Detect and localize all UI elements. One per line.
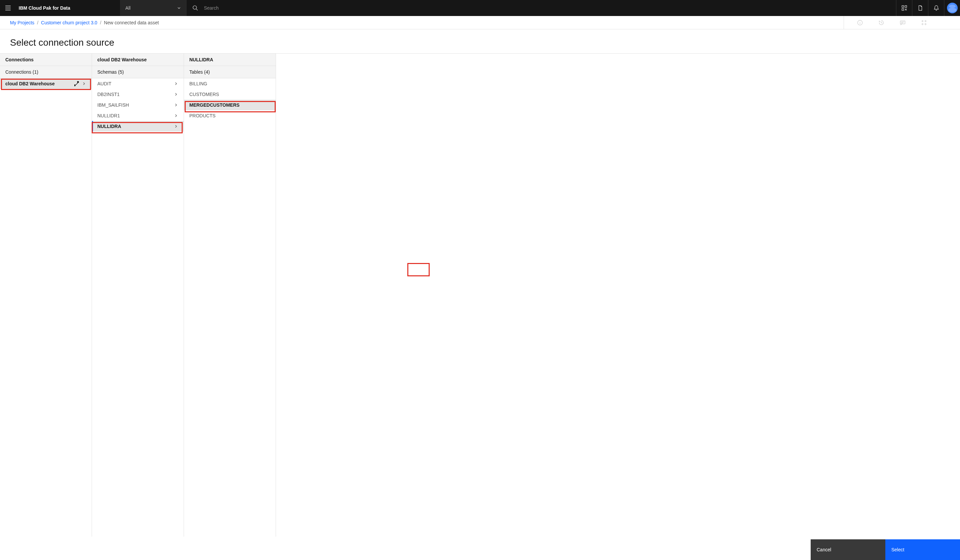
search-input[interactable] (204, 5, 891, 11)
table-item-label: CUSTOMERS (189, 92, 219, 97)
svg-point-12 (925, 23, 926, 25)
col-tables: NULLIDRA Tables (4) BILLING CUSTOMERS ME… (184, 54, 276, 537)
grid-button[interactable] (914, 16, 935, 29)
breadcrumb-link-project[interactable]: Customer churn project 3.0 (41, 20, 98, 25)
subheader: My Projects / Customer churn project 3.0… (0, 16, 960, 29)
comments-button[interactable] (892, 16, 914, 29)
chevron-right-icon (174, 82, 178, 86)
col-tables-subheader: Tables (4) (184, 66, 276, 78)
schema-item-nullidra[interactable]: NULLIDRA (92, 121, 184, 132)
table-item-billing[interactable]: BILLING (184, 78, 276, 89)
document-icon (917, 5, 923, 11)
schema-item-label: AUDIT (98, 81, 111, 86)
svg-point-0 (193, 6, 197, 9)
table-item-mergedcustomers[interactable]: MERGEDCUSTOMERS (184, 100, 276, 110)
svg-rect-1 (902, 6, 903, 7)
svg-point-5 (949, 5, 956, 8)
notifications-button[interactable] (928, 0, 944, 16)
schema-item-audit[interactable]: AUDIT (92, 78, 184, 89)
breadcrumb: My Projects / Customer churn project 3.0… (10, 20, 844, 25)
topbar: IBM Cloud Pak for Data All (0, 0, 960, 16)
hamburger-icon (5, 5, 11, 11)
widgets-icon (901, 5, 907, 11)
chevron-right-icon (82, 82, 86, 86)
breadcrumb-current: New connected data asset (104, 20, 159, 25)
breadcrumb-separator: / (37, 20, 38, 25)
grid-icon (921, 20, 927, 26)
bell-icon (933, 5, 939, 11)
svg-point-11 (922, 23, 923, 25)
svg-rect-8 (900, 21, 905, 24)
table-item-products[interactable]: PRODUCTS (184, 110, 276, 121)
chevron-right-icon (174, 103, 178, 107)
table-item-customers[interactable]: CUSTOMERS (184, 89, 276, 100)
schema-item-nullidr1[interactable]: NULLIDR1 (92, 110, 184, 121)
schema-item-ibm-sailfish[interactable]: IBM_SAILFISH (92, 100, 184, 110)
info-icon (857, 20, 863, 26)
chevron-down-icon (177, 6, 181, 10)
schema-item-label: NULLIDR1 (98, 113, 120, 118)
history-button[interactable] (871, 16, 892, 29)
connection-item-label: cloud DB2 Warehouse (5, 81, 55, 86)
chat-icon (900, 20, 906, 26)
svg-point-9 (922, 20, 923, 22)
search-icon (192, 5, 199, 11)
avatar-icon (947, 3, 958, 13)
col-connections: Connections Connections (1) cloud DB2 Wa… (0, 54, 92, 537)
filter-select[interactable]: All (120, 0, 187, 16)
document-button[interactable] (912, 0, 928, 16)
columns: Connections Connections (1) cloud DB2 Wa… (0, 53, 960, 537)
breadcrumb-separator: / (100, 20, 101, 25)
connection-item-icons (74, 81, 86, 86)
filter-select-label: All (125, 5, 131, 11)
select-button-label: Select (891, 547, 904, 552)
col-tables-header: NULLIDRA (184, 54, 276, 66)
sub-actions (844, 16, 955, 29)
breadcrumb-link-projects[interactable]: My Projects (10, 20, 34, 25)
svg-rect-2 (905, 6, 906, 7)
svg-point-6 (948, 8, 956, 12)
select-button[interactable]: Select (885, 539, 960, 560)
chevron-right-icon (174, 124, 178, 129)
chevron-right-icon (174, 92, 178, 97)
menu-button[interactable] (0, 0, 16, 16)
col-schemas-header: cloud DB2 Warehouse (92, 54, 184, 66)
connector-icon (74, 81, 80, 86)
schema-item-label: NULLIDRA (98, 124, 121, 129)
page-title-wrap: Select connection source (0, 29, 960, 53)
avatar-button[interactable] (944, 0, 960, 16)
product-title: IBM Cloud Pak for Data (16, 5, 120, 11)
col-schemas-subheader: Schemas (5) (92, 66, 184, 78)
cancel-button-label: Cancel (817, 547, 831, 552)
connection-item-cloud-db2[interactable]: cloud DB2 Warehouse (0, 78, 92, 89)
footer-actions: Cancel Select (811, 539, 960, 560)
table-item-label: PRODUCTS (189, 113, 216, 118)
col-connections-subheader: Connections (1) (0, 66, 92, 78)
info-button[interactable] (850, 16, 871, 29)
table-item-label: MERGEDCUSTOMERS (189, 102, 240, 108)
col-schemas: cloud DB2 Warehouse Schemas (5) AUDIT DB… (92, 54, 184, 537)
history-icon (878, 20, 884, 26)
cancel-button[interactable]: Cancel (811, 539, 885, 560)
search-wrap (187, 0, 896, 16)
svg-rect-3 (902, 9, 903, 10)
col-connections-header: Connections (0, 54, 92, 66)
chevron-right-icon (174, 114, 178, 118)
right-icons (896, 0, 960, 16)
table-item-label: BILLING (189, 81, 207, 86)
schema-item-db2inst1[interactable]: DB2INST1 (92, 89, 184, 100)
svg-point-10 (925, 20, 926, 22)
widgets-button[interactable] (896, 0, 912, 16)
page-title: Select connection source (10, 37, 950, 48)
schema-item-label: IBM_SAILFISH (98, 102, 129, 108)
schema-item-label: DB2INST1 (98, 92, 120, 97)
